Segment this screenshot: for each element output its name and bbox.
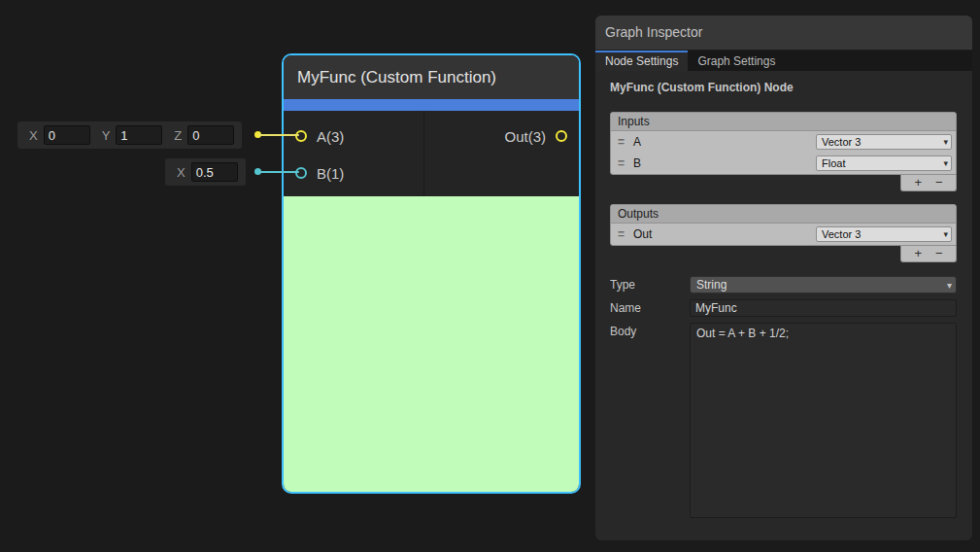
edge-a-wire[interactable] (258, 134, 299, 136)
input-b-name: B (633, 156, 641, 170)
vector3-x-input[interactable] (44, 125, 90, 145)
tab-node-settings[interactable]: Node Settings (595, 51, 688, 71)
remove-output-button[interactable]: − (935, 247, 943, 260)
port-out-circle[interactable] (556, 130, 567, 142)
inspector-title: Graph Inspector (595, 16, 972, 51)
input-port-a[interactable]: A(3) (284, 118, 423, 155)
inputs-list-footer: + − (610, 175, 957, 191)
type-dropdown[interactable]: String ▾ (690, 276, 957, 293)
field-label-x: X (29, 128, 38, 143)
node-preview (284, 196, 579, 492)
type-row: Type String ▾ (610, 276, 957, 293)
output-out-name: Out (633, 227, 652, 241)
float-x-input[interactable] (191, 162, 238, 182)
node-title: MyFunc (Custom Function) (284, 55, 579, 99)
name-input[interactable] (690, 299, 957, 317)
port-out-label: Out(3) (504, 128, 546, 145)
output-port-out[interactable]: Out(3) (424, 118, 579, 155)
float-field-x: X (177, 162, 238, 182)
remove-input-button[interactable]: − (935, 176, 943, 190)
inspector-tab-bar: Node Settings Graph Settings (595, 51, 972, 71)
input-port-column: A(3) B(1) (284, 111, 424, 196)
custom-function-node[interactable]: MyFunc (Custom Function) A(3) B(1) Out(3… (282, 53, 581, 494)
port-b-label: B(1) (317, 165, 344, 182)
graph-inspector-panel: Graph Inspector Node Settings Graph Sett… (595, 16, 972, 540)
input-a-type-dropdown[interactable]: Vector 3 ▾ (816, 134, 952, 150)
add-input-button[interactable]: + (914, 176, 922, 190)
vector3-y-input[interactable] (116, 125, 162, 145)
vector3-port-input-widget: X Y Z (17, 121, 242, 149)
float-port-input-widget: X (165, 158, 246, 186)
output-out-type-value: Vector 3 (822, 228, 861, 240)
name-label: Name (610, 299, 690, 317)
inputs-list: Inputs = A Vector 3 ▾ = B Float ▾ (610, 112, 957, 175)
drag-handle-icon[interactable]: = (618, 156, 633, 170)
type-label: Type (610, 276, 690, 293)
add-output-button[interactable]: + (914, 247, 922, 260)
chevron-down-icon: ▾ (947, 278, 952, 293)
outputs-list-footer: + − (610, 246, 957, 262)
field-label-x: X (177, 165, 186, 180)
chevron-down-icon: ▾ (943, 156, 948, 170)
input-port-b[interactable]: B(1) (284, 155, 423, 191)
port-a-label: A(3) (317, 128, 344, 145)
type-value: String (696, 278, 727, 292)
inputs-list-header: Inputs (611, 113, 956, 131)
port-b-circle[interactable] (295, 167, 307, 179)
input-b-type-value: Float (822, 157, 845, 169)
node-accent-bar (284, 99, 579, 111)
drag-handle-icon[interactable]: = (618, 135, 633, 149)
body-textarea[interactable]: Out = A + B + 1/2; (690, 323, 957, 518)
drag-handle-icon[interactable]: = (618, 227, 633, 241)
name-row: Name (610, 299, 957, 317)
port-a-circle[interactable] (295, 130, 307, 142)
vector3-field-z: Z (174, 125, 234, 145)
input-a-type-value: Vector 3 (822, 136, 861, 148)
inputs-row-a[interactable]: = A Vector 3 ▾ (611, 131, 956, 153)
vector3-field-x: X (29, 125, 102, 145)
body-label: Body (610, 323, 690, 340)
outputs-list-header: Outputs (611, 205, 956, 224)
chevron-down-icon: ▾ (943, 135, 948, 149)
outputs-row-out[interactable]: = Out Vector 3 ▾ (611, 224, 956, 245)
input-a-name: A (633, 135, 641, 149)
field-label-y: Y (102, 128, 111, 143)
node-port-area: A(3) B(1) Out(3) (284, 111, 579, 196)
field-label-z: Z (174, 128, 182, 143)
output-out-type-dropdown[interactable]: Vector 3 ▾ (816, 226, 952, 242)
chevron-down-icon: ▾ (943, 227, 948, 241)
input-b-type-dropdown[interactable]: Float ▾ (816, 155, 952, 171)
tab-graph-settings[interactable]: Graph Settings (688, 51, 785, 71)
vector3-field-y: Y (102, 125, 175, 145)
outputs-list: Outputs = Out Vector 3 ▾ (610, 204, 957, 246)
inputs-row-b[interactable]: = B Float ▾ (611, 153, 956, 174)
output-port-column: Out(3) (424, 111, 579, 196)
edge-b-wire[interactable] (258, 171, 299, 173)
node-heading: MyFunc (Custom Function) Node (610, 81, 957, 94)
vector3-z-input[interactable] (187, 125, 234, 145)
body-row: Body Out = A + B + 1/2; (610, 323, 957, 518)
inspector-body: MyFunc (Custom Function) Node Inputs = A… (595, 71, 972, 518)
